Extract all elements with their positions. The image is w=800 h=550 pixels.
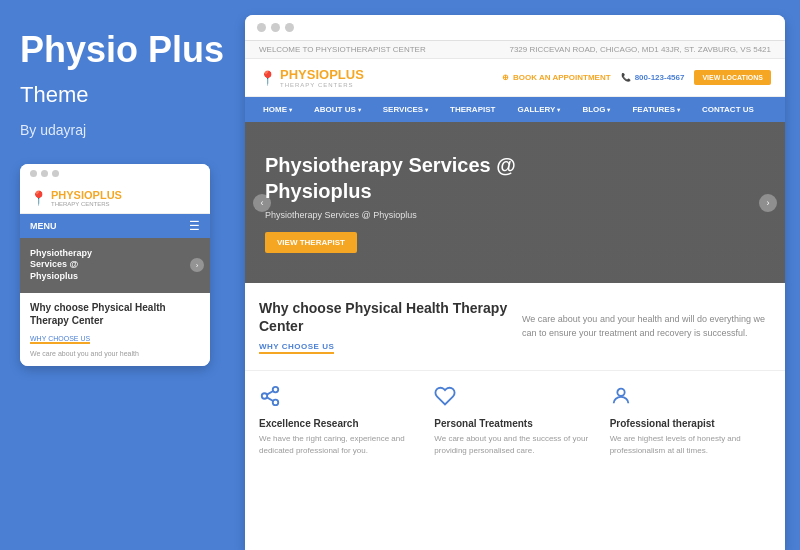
svg-point-5 xyxy=(617,389,624,396)
right-panel: WELCOME TO PHYSIOTHERAPIST CENTER 7329 R… xyxy=(245,15,785,550)
hero-section: ‹ Physiotherapy Services @ Physioplus Ph… xyxy=(245,122,785,283)
feature-therapist: Professional therapist We are highest le… xyxy=(610,385,771,455)
hamburger-icon[interactable]: ☰ xyxy=(189,219,200,233)
why-desc: We care about you and your health and wi… xyxy=(522,299,771,354)
hero-title: Physiotherapy Services @ Physioplus xyxy=(265,152,565,204)
logo-name: PHYSIOPLUS xyxy=(280,67,364,82)
phone-icon: 📞 xyxy=(621,73,631,82)
svg-point-1 xyxy=(262,394,268,400)
nav-blog-arrow: ▾ xyxy=(607,106,610,113)
browser-dot-2 xyxy=(271,23,280,32)
feature-excellence: Excellence Research We have the right ca… xyxy=(259,385,420,455)
mobile-hero-text: PhysiotherapyServices @Physioplus xyxy=(30,248,92,283)
logo-pin-icon: 📍 xyxy=(259,70,276,86)
svg-point-0 xyxy=(273,387,279,393)
mobile-menu-bar: MENU ☰ xyxy=(20,214,210,238)
mobile-menu-label: MENU xyxy=(30,221,57,231)
site-logo: 📍 PHYSIOPLUS THERAPY CENTERS xyxy=(259,67,364,88)
treatments-text: We care about you and the success of you… xyxy=(434,433,595,455)
phone-number: 800-123-4567 xyxy=(635,73,685,82)
mobile-top-bar xyxy=(20,164,210,183)
info-address: 7329 RICCEVAN ROAD, CHICAGO, MD1 43JR, S… xyxy=(509,45,771,54)
mobile-why-title: Why choose Physical Health Therapy Cente… xyxy=(30,301,200,327)
why-section: Why choose Physical Health Therapy Cente… xyxy=(245,283,785,371)
person-icon xyxy=(610,385,771,412)
header-actions: ⊕ BOOK AN APPOINTMENT 📞 800-123-4567 VIE… xyxy=(502,70,771,85)
appointment-label: BOOK AN APPOINTMENT xyxy=(513,73,611,82)
theme-author: By udayraj xyxy=(20,122,225,138)
hero-next-button[interactable]: › xyxy=(759,194,777,212)
site-header: 📍 PHYSIOPLUS THERAPY CENTERS ⊕ BOOK AN A… xyxy=(245,59,785,97)
nav-features[interactable]: FEATURES ▾ xyxy=(628,97,684,122)
mobile-pin-icon: 📍 xyxy=(30,190,47,206)
svg-line-4 xyxy=(267,391,273,395)
nav-home-arrow: ▾ xyxy=(289,106,292,113)
share-icon xyxy=(259,385,420,412)
mobile-logo-plus: PLUS xyxy=(93,189,122,201)
mobile-hero-arrow[interactable]: › xyxy=(190,258,204,272)
theme-subtitle: Theme xyxy=(20,82,225,108)
hero-cta-button[interactable]: VIEW THERAPIST xyxy=(265,232,357,253)
nav-gallery-arrow: ▾ xyxy=(557,106,560,113)
why-link[interactable]: WHY CHOOSE US xyxy=(259,342,334,354)
logo-tagline: THERAPY CENTERS xyxy=(280,82,364,88)
mobile-why-link[interactable]: WHY CHOOSE US xyxy=(30,335,90,344)
why-title: Why choose Physical Health Therapy Cente… xyxy=(259,299,508,335)
mobile-dot-1 xyxy=(30,170,37,177)
excellence-text: We have the right caring, experience and… xyxy=(259,433,420,455)
nav-features-arrow: ▾ xyxy=(677,106,680,113)
appointment-icon: ⊕ xyxy=(502,73,509,82)
browser-dot-1 xyxy=(257,23,266,32)
excellence-title: Excellence Research xyxy=(259,418,420,429)
nav-about[interactable]: ABOUT US ▾ xyxy=(310,97,365,122)
features-row: Excellence Research We have the right ca… xyxy=(245,371,785,469)
info-bar: WELCOME TO PHYSIOTHERAPIST CENTER 7329 R… xyxy=(245,41,785,59)
desktop-content: WELCOME TO PHYSIOTHERAPIST CENTER 7329 R… xyxy=(245,41,785,550)
nav-gallery[interactable]: GALLERY ▾ xyxy=(513,97,564,122)
browser-bar xyxy=(245,15,785,41)
mobile-logo-text: PHYSIOPLUS xyxy=(51,189,122,201)
nav-contact[interactable]: CONTACT US xyxy=(698,97,758,122)
therapist-text: We are highest levels of honesty and pro… xyxy=(610,433,771,455)
info-welcome: WELCOME TO PHYSIOTHERAPIST CENTER xyxy=(259,45,426,54)
mobile-body-text: We care about you and your health xyxy=(30,349,200,358)
mobile-logo-area: 📍 PHYSIOPLUS THERAPY CENTERS xyxy=(20,183,210,214)
mobile-hero: PhysiotherapyServices @Physioplus › xyxy=(20,238,210,293)
feature-treatments: Personal Treatments We care about you an… xyxy=(434,385,595,455)
mobile-logo-tagline: THERAPY CENTERS xyxy=(51,201,122,207)
therapist-title: Professional therapist xyxy=(610,418,771,429)
logo-physio: PHYSIO xyxy=(280,67,329,82)
site-nav: HOME ▾ ABOUT US ▾ SERVICES ▾ THERAPIST G… xyxy=(245,97,785,122)
mobile-logo-physio: PHYSIO xyxy=(51,189,93,201)
mobile-dot-3 xyxy=(52,170,59,177)
left-panel: Physio Plus Theme By udayraj 📍 PHYSIOPLU… xyxy=(0,0,245,550)
hero-subtitle: Physiotherapy Services @ Physioplus xyxy=(265,210,765,220)
svg-line-3 xyxy=(267,398,273,402)
browser-dot-3 xyxy=(285,23,294,32)
phone-info: 📞 800-123-4567 xyxy=(621,73,685,82)
nav-about-arrow: ▾ xyxy=(358,106,361,113)
hero-prev-button[interactable]: ‹ xyxy=(253,194,271,212)
nav-services[interactable]: SERVICES ▾ xyxy=(379,97,432,122)
heart-icon xyxy=(434,385,595,412)
logo-plus: PLUS xyxy=(329,67,364,82)
svg-point-2 xyxy=(273,400,279,406)
appointment-btn[interactable]: ⊕ BOOK AN APPOINTMENT xyxy=(502,73,611,82)
mobile-mockup: 📍 PHYSIOPLUS THERAPY CENTERS MENU ☰ Phys… xyxy=(20,164,210,366)
why-left: Why choose Physical Health Therapy Cente… xyxy=(259,299,508,354)
nav-blog[interactable]: BLOG ▾ xyxy=(578,97,614,122)
view-locations-button[interactable]: VIEW LOCATIONS xyxy=(694,70,771,85)
nav-home[interactable]: HOME ▾ xyxy=(259,97,296,122)
theme-title: Physio Plus xyxy=(20,30,225,70)
nav-services-arrow: ▾ xyxy=(425,106,428,113)
mobile-content: Why choose Physical Health Therapy Cente… xyxy=(20,293,210,366)
treatments-title: Personal Treatments xyxy=(434,418,595,429)
nav-therapist[interactable]: THERAPIST xyxy=(446,97,499,122)
mobile-dot-2 xyxy=(41,170,48,177)
